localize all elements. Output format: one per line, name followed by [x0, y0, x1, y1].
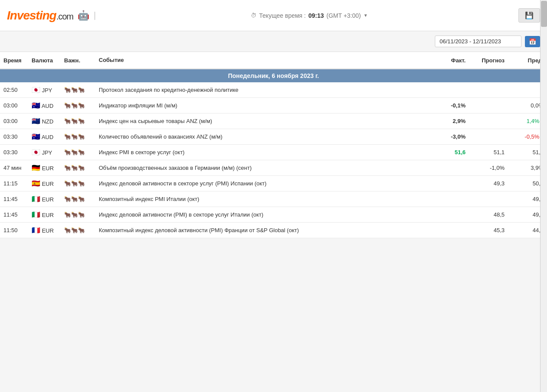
bull-icon: 🐂	[78, 227, 85, 233]
bull-icon: 🐂	[64, 165, 71, 171]
calendar-button[interactable]: 📅	[525, 36, 540, 47]
bull-icon: 🐂	[78, 118, 85, 124]
cell-currency: 🇫🇷 EUR	[28, 223, 61, 238]
table-row[interactable]: 02:50🇯🇵 JPY🐂🐂🐂Протокол заседания по кред…	[0, 82, 547, 98]
col-importance: Важн.	[61, 52, 95, 69]
table-row[interactable]: 03:30🇯🇵 JPY🐂🐂🐂Индекс PMI в секторе услуг…	[0, 145, 547, 160]
cell-forecast: 45,3	[469, 223, 508, 238]
cell-time: 03:30	[0, 129, 28, 145]
cell-forecast	[469, 191, 508, 207]
cell-fact	[434, 191, 469, 207]
bull-icon: 🐂	[71, 149, 78, 156]
table-row[interactable]: 11:45🇮🇹 EUR🐂🐂🐂Композитный индекс PMI Ита…	[0, 191, 547, 207]
cell-importance: 🐂🐂🐂	[61, 145, 95, 160]
divider: |	[94, 10, 96, 20]
bull-icon: 🐂	[71, 165, 78, 171]
table-row[interactable]: 03:30🇦🇺 AUD🐂🐂🐂Количество объявлений о ва…	[0, 129, 547, 145]
col-time: Время	[0, 52, 28, 69]
cell-time: 11:50	[0, 223, 28, 238]
cell-time: 03:30	[0, 145, 28, 160]
cell-fact	[434, 82, 469, 98]
scrollbar-thumb[interactable]	[541, 1, 547, 27]
bull-icon: 🐂	[64, 149, 71, 156]
cell-currency: 🇳🇿 NZD	[28, 113, 61, 129]
flag-icon: 🇯🇵	[32, 149, 40, 156]
time-label: Текущее время :	[259, 12, 306, 19]
cell-fact	[434, 207, 469, 223]
save-button[interactable]: 💾	[518, 8, 540, 23]
currency-code: EUR	[42, 227, 54, 234]
cell-event[interactable]: Композитный индекс PMI Италии (окт)	[95, 191, 434, 207]
cell-currency: 🇮🇹 EUR	[28, 191, 61, 207]
cell-currency: 🇯🇵 JPY	[28, 82, 61, 98]
cell-event[interactable]: Индекс PMI в секторе услуг (окт)	[95, 145, 434, 160]
bull-icon: 🐂	[64, 118, 71, 124]
cell-event[interactable]: Композитный индекс деловой активности (P…	[95, 223, 434, 238]
bull-icon: 🐂	[78, 87, 85, 93]
scrollbar[interactable]	[540, 0, 547, 392]
bull-icon: 🐂	[71, 211, 78, 218]
cell-event[interactable]: Протокол заседания по кредитно-денежной …	[95, 82, 434, 98]
header-left: Investing.com 🤖 |	[7, 9, 100, 23]
currency-code: JPY	[42, 149, 52, 156]
bull-icon: 🐂	[64, 227, 71, 233]
timezone-chevron-icon[interactable]: ▼	[363, 13, 368, 18]
time-value: 09:13	[308, 12, 324, 19]
cell-importance: 🐂🐂🐂	[61, 98, 95, 113]
cell-event[interactable]: Объём производственных заказов в Германи…	[95, 160, 434, 176]
bull-icon: 🐂	[71, 118, 78, 124]
cell-time: 02:50	[0, 82, 28, 98]
android-icon[interactable]: 🤖	[78, 10, 89, 21]
date-range-input[interactable]	[435, 36, 521, 47]
header-center: ⏱ Текущее время : 09:13 (GMT +3:00) ▼	[251, 12, 368, 19]
calendar-table: Время Валюта Важн. Событие Факт. Прогноз…	[0, 52, 547, 238]
table-row[interactable]: 03:00🇳🇿 NZD🐂🐂🐂Индекс цен на сырьевые тов…	[0, 113, 547, 129]
cell-event[interactable]: Индикатор инфляции MI (м/м)	[95, 98, 434, 113]
currency-code: AUD	[42, 103, 53, 109]
cell-event[interactable]: Индекс цен на сырьевые товары ANZ (м/м)	[95, 113, 434, 129]
table-row[interactable]: 11:45🇮🇹 EUR🐂🐂🐂Индекс деловой активности …	[0, 207, 547, 223]
cell-importance: 🐂🐂🐂	[61, 160, 95, 176]
calendar-table-container: Время Валюта Важн. Событие Факт. Прогноз…	[0, 52, 547, 238]
cell-forecast	[469, 113, 508, 129]
cell-event[interactable]: Индекс деловой активности (PMI) в сектор…	[95, 207, 434, 223]
cell-event[interactable]: Количество объявлений о вакансиях ANZ (м…	[95, 129, 434, 145]
flag-icon: 🇳🇿	[32, 117, 40, 125]
cell-fact	[434, 160, 469, 176]
cell-fact	[434, 223, 469, 238]
cell-importance: 🐂🐂🐂	[61, 113, 95, 129]
cell-importance: 🐂🐂🐂	[61, 191, 95, 207]
bull-icon: 🐂	[78, 133, 85, 140]
cell-time: 11:45	[0, 207, 28, 223]
cell-event[interactable]: Индекс деловой активности в секторе услу…	[95, 176, 434, 191]
prev-value: -0,5%	[524, 133, 539, 140]
cell-currency: 🇯🇵 JPY	[28, 145, 61, 160]
cell-forecast: -1,0%	[469, 160, 508, 176]
cell-time: 11:15	[0, 176, 28, 191]
table-row[interactable]: 11:15🇪🇸 EUR🐂🐂🐂Индекс деловой активности …	[0, 176, 547, 191]
currency-code: EUR	[42, 181, 54, 187]
flag-icon: 🇮🇹	[32, 211, 40, 218]
bull-icon: 🐂	[64, 211, 71, 218]
cell-importance: 🐂🐂🐂	[61, 223, 95, 238]
bull-icon: 🐂	[64, 102, 71, 109]
bull-icon: 🐂	[78, 149, 85, 156]
table-row[interactable]: 47 мин🇩🇪 EUR🐂🐂🐂Объём производственных за…	[0, 160, 547, 176]
bull-icon: 🐂	[71, 180, 78, 187]
bull-icon: 🐂	[71, 102, 78, 109]
logo: Investing.com	[7, 9, 73, 23]
bull-icon: 🐂	[78, 211, 85, 218]
header-right: 💾	[518, 8, 540, 23]
bull-icon: 🐂	[64, 180, 71, 187]
cell-time: 47 мин	[0, 160, 28, 176]
col-event: Событие	[95, 52, 434, 69]
currency-code: EUR	[42, 196, 54, 203]
section-header-monday: Понедельник, 6 ноября 2023 г.	[0, 69, 547, 82]
bull-icon: 🐂	[64, 196, 71, 202]
flag-icon: 🇦🇺	[32, 102, 40, 109]
date-bar: 📅	[0, 31, 547, 52]
table-row[interactable]: 03:00🇦🇺 AUD🐂🐂🐂Индикатор инфляции MI (м/м…	[0, 98, 547, 113]
flag-icon: 🇮🇹	[32, 195, 40, 203]
table-row[interactable]: 11:50🇫🇷 EUR🐂🐂🐂Композитный индекс деловой…	[0, 223, 547, 238]
cell-importance: 🐂🐂🐂	[61, 207, 95, 223]
